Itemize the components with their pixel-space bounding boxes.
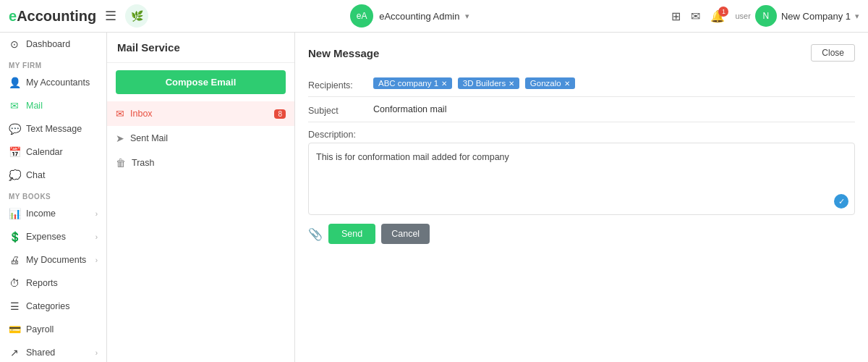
remove-recipient-3d[interactable]: ✕ — [509, 80, 514, 88]
categories-icon: ☰ — [9, 300, 20, 312]
sidebar-item-label: Payroll — [26, 324, 54, 334]
recipient-tag-3d[interactable]: 3D Builders ✕ — [458, 77, 519, 89]
sidebar-item-categories[interactable]: ☰ Categories — [0, 295, 106, 318]
expenses-icon: 💲 — [9, 231, 20, 243]
remove-recipient-abc[interactable]: ✕ — [441, 80, 447, 88]
close-button[interactable]: Close — [811, 44, 855, 62]
description-section: Description: This is for conformation ma… — [308, 130, 855, 215]
top-navigation: eAccounting ☰ 🌿 eA eAccounting Admin ▾ ⊞… — [0, 0, 868, 33]
mail-nav-icon: ✉ — [9, 100, 20, 111]
compose-panel: New Message Close Recipients: ABC compan… — [295, 33, 868, 362]
main-layout: ⊙ Dashboard MY FIRM 👤 My Accountants ✉ M… — [0, 33, 868, 362]
sidebar-item-label: Chat — [26, 170, 45, 180]
sidebar-item-my-documents[interactable]: 🖨 My Documents › — [0, 248, 106, 272]
sidebar-item-chat[interactable]: 💭 Chat — [0, 164, 106, 187]
sidebar-item-label: My Accountants — [26, 77, 90, 88]
subject-label: Subject — [308, 103, 373, 116]
mail-panel: Mail Service Compose Email ✉ Inbox 8 ➤ S… — [107, 33, 295, 362]
compose-email-button[interactable]: Compose Email — [116, 70, 286, 94]
dashboard-icon: ⊙ — [9, 38, 20, 50]
expenses-chevron-icon: › — [95, 233, 98, 241]
recipient-tag-abc[interactable]: ABC company 1 ✕ — [373, 77, 452, 89]
recipients-label: Recipients: — [308, 77, 373, 90]
tag-label: Gonzalo — [530, 79, 561, 88]
send-button[interactable]: Send — [328, 224, 375, 244]
sidebar-item-mail[interactable]: ✉ Mail — [0, 94, 106, 117]
sidebar-section-my-firm: MY FIRM — [0, 56, 106, 71]
sidebar-item-calendar[interactable]: 📅 Calendar — [0, 140, 106, 164]
sidebar-item-label: Income — [26, 209, 56, 219]
sidebar-item-payroll[interactable]: 💳 Payroll — [0, 318, 106, 341]
compose-header: New Message Close — [308, 44, 855, 62]
grid-icon[interactable]: ⊞ — [671, 9, 681, 23]
company-chevron-icon[interactable]: ▾ — [465, 12, 469, 21]
hamburger-icon[interactable]: ☰ — [105, 8, 116, 24]
cancel-button[interactable]: Cancel — [381, 224, 430, 244]
recipients-row: Recipients: ABC company 1 ✕ 3D Builders … — [308, 72, 855, 97]
subject-row: Subject — [308, 97, 855, 122]
inbox-badge: 8 — [274, 109, 286, 119]
sent-label: Sent Mail — [130, 133, 168, 143]
sidebar: ⊙ Dashboard MY FIRM 👤 My Accountants ✉ M… — [0, 33, 107, 362]
check-circle-icon: ✓ — [834, 194, 848, 209]
mail-service-title: Mail Service — [107, 33, 294, 63]
sidebar-item-dashboard[interactable]: ⊙ Dashboard — [0, 33, 106, 56]
description-box[interactable]: This is for conformation mail added for … — [308, 143, 855, 215]
subject-input[interactable] — [373, 103, 855, 116]
description-text: This is for conformation mail added for … — [316, 151, 847, 164]
user-avatar: N — [755, 5, 777, 27]
sidebar-item-reports[interactable]: ⏱ Reports — [0, 272, 106, 295]
shared-icon: ↗ — [9, 347, 20, 358]
logo-text: Accounting — [17, 8, 96, 24]
sidebar-item-label: Dashboard — [26, 39, 70, 49]
mail-list-item-trash[interactable]: 🗑 Trash — [107, 151, 294, 175]
bell-icon[interactable]: 🔔 1 — [710, 9, 725, 23]
chat-icon: 💭 — [9, 169, 20, 181]
user-company: New Company 1 — [781, 11, 851, 22]
sent-icon: ➤ — [116, 132, 124, 144]
inbox-icon: ✉ — [116, 108, 124, 119]
sidebar-item-label: Calendar — [26, 147, 63, 157]
mail-list-item-sent[interactable]: ➤ Sent Mail — [107, 126, 294, 151]
sidebar-section-my-books: MY BOOKS — [0, 187, 106, 202]
recipients-value: ABC company 1 ✕ 3D Builders ✕ Gonzalo ✕ — [373, 77, 855, 89]
app-logo: eAccounting — [9, 8, 96, 25]
sidebar-item-my-accountants[interactable]: 👤 My Accountants — [0, 71, 106, 94]
documents-icon: 🖨 — [9, 254, 20, 266]
sidebar-item-label: Shared — [26, 348, 55, 358]
shared-chevron-icon: › — [95, 349, 98, 357]
remove-recipient-gonzalo[interactable]: ✕ — [564, 80, 570, 88]
accountants-icon: 👤 — [9, 77, 20, 88]
topnav-right: ⊞ ✉ 🔔 1 user N New Company 1 ▾ — [671, 5, 859, 27]
company-avatar: eA — [350, 4, 373, 28]
topnav-center: eA eAccounting Admin ▾ — [350, 4, 469, 28]
sidebar-item-shared[interactable]: ↗ Shared › — [0, 341, 106, 362]
sidebar-item-label: Expenses — [26, 232, 66, 242]
company-name: eAccounting Admin — [379, 11, 459, 22]
mail-list-item-inbox[interactable]: ✉ Inbox 8 — [107, 101, 294, 126]
income-chevron-icon: › — [95, 210, 98, 218]
sidebar-item-income[interactable]: 📊 Income › — [0, 202, 106, 225]
user-label: user — [735, 12, 750, 20]
sidebar-item-label: Reports — [26, 278, 58, 288]
sidebar-item-label: Categories — [26, 301, 69, 311]
sidebar-item-expenses[interactable]: 💲 Expenses › — [0, 225, 106, 248]
topnav-left: eAccounting ☰ 🌿 — [9, 4, 148, 28]
documents-chevron-icon: › — [95, 256, 98, 264]
income-icon: 📊 — [9, 208, 20, 219]
mail-list: ✉ Inbox 8 ➤ Sent Mail 🗑 Trash — [107, 101, 294, 362]
user-info: user N New Company 1 ▾ — [735, 5, 859, 27]
tag-label: 3D Builders — [463, 79, 506, 88]
trash-icon: 🗑 — [116, 157, 126, 169]
attach-icon[interactable]: 📎 — [308, 227, 323, 241]
sidebar-item-text-message[interactable]: 💬 Text Message — [0, 117, 106, 140]
inbox-label: Inbox — [130, 109, 153, 119]
mail-icon[interactable]: ✉ — [691, 9, 700, 23]
recipient-tag-gonzalo[interactable]: Gonzalo ✕ — [525, 77, 575, 89]
subject-value — [373, 103, 855, 116]
payroll-icon: 💳 — [9, 324, 20, 335]
action-row: 📎 Send Cancel — [308, 224, 855, 244]
user-chevron-icon[interactable]: ▾ — [855, 12, 859, 21]
nav-brand-icon: 🌿 — [125, 4, 148, 28]
notification-badge: 1 — [718, 7, 728, 17]
